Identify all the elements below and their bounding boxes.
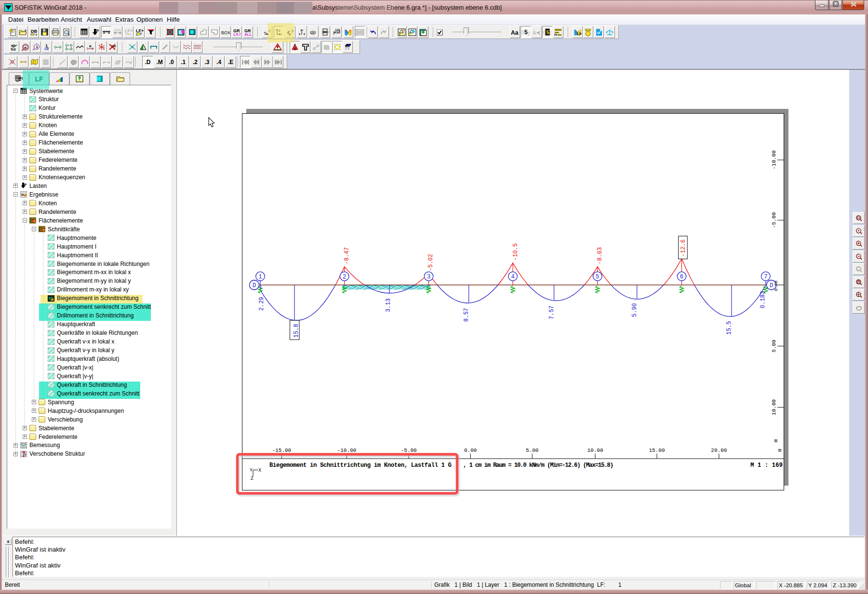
svg-text:7: 7: [764, 274, 767, 280]
svg-text:15.00: 15.00: [649, 448, 665, 453]
svg-text:0.183: 0.183: [760, 291, 766, 308]
svg-text:P: P: [24, 183, 27, 187]
svg-text:cd: cd: [11, 47, 15, 51]
svg-text:10.00: 10.00: [587, 448, 603, 453]
svg-text:X: X: [258, 468, 261, 473]
svg-text:-5.00: -5.00: [401, 448, 417, 453]
svg-text:m: m: [773, 439, 779, 442]
svg-text:0.00: 0.00: [774, 280, 779, 291]
svg-text:LF=: LF=: [125, 28, 133, 33]
svg-text:10.00: 10.00: [771, 399, 777, 415]
svg-text:20.00: 20.00: [711, 448, 727, 453]
svg-text:2: 2: [343, 274, 346, 280]
svg-text:2.29: 2.29: [258, 297, 265, 311]
svg-text:2: 2: [527, 31, 530, 36]
svg-text:BOX: BOX: [221, 30, 230, 35]
svg-text:, 1 cm im Raum = 10.0 kNm/m (M: , 1 cm im Raum = 10.0 kNm/m (Min=-12.6) …: [463, 462, 614, 469]
svg-text:q|p: q|p: [310, 30, 316, 35]
svg-text:Y: Y: [250, 468, 253, 473]
svg-text:5.00: 5.00: [526, 448, 538, 453]
svg-text:m: m: [778, 448, 782, 453]
svg-text:3.13: 3.13: [385, 298, 392, 312]
svg-text:Z: Z: [251, 476, 254, 481]
svg-text:DB: DB: [31, 29, 37, 34]
svg-text:5.90: 5.90: [631, 303, 638, 317]
svg-text:-10.00: -10.00: [771, 150, 777, 170]
svg-text:5: 5: [547, 29, 549, 35]
svg-text:3: 3: [427, 274, 430, 280]
svg-text:0.00: 0.00: [464, 448, 477, 453]
svg-text:-8.47: -8.47: [344, 247, 350, 264]
svg-text:2: 2: [549, 31, 551, 36]
svg-text:Biegemoment in Schnittrichtung: Biegemoment in Schnittrichtung im Knoten…: [269, 462, 452, 469]
svg-text:M 1 : 169: M 1 : 169: [750, 462, 783, 469]
svg-text:D: D: [770, 282, 773, 289]
svg-text:5: 5: [596, 274, 599, 280]
svg-text:5.00: 5.00: [771, 340, 777, 352]
svg-text:-5.00: -5.00: [771, 212, 777, 228]
svg-text:-5.02: -5.02: [427, 254, 434, 271]
svg-text:-12.6: -12.6: [680, 239, 687, 257]
svg-text:1: 1: [136, 33, 138, 36]
svg-text:P: P: [96, 28, 99, 33]
svg-text:A: A: [533, 30, 536, 36]
svg-text:LF: LF: [577, 32, 582, 36]
svg-text:1.5.7: 1.5.7: [233, 33, 241, 36]
svg-text:8.57: 8.57: [463, 308, 470, 322]
svg-text:7.57: 7.57: [548, 305, 555, 319]
svg-text:1: 1: [36, 45, 38, 49]
svg-text:6: 6: [680, 274, 683, 280]
svg-text:a: a: [25, 45, 27, 50]
svg-text:4: 4: [511, 274, 514, 280]
svg-text:ALL: ALL: [244, 32, 252, 36]
svg-text:-10.5: -10.5: [512, 243, 519, 261]
svg-text:1: 1: [258, 274, 262, 280]
svg-text:15.8: 15.8: [293, 324, 300, 338]
svg-text:D: D: [253, 282, 256, 289]
svg-text:Aa: Aa: [511, 29, 519, 35]
svg-text:15.5: 15.5: [726, 321, 733, 335]
svg-text:-15.00: -15.00: [272, 448, 292, 453]
svg-text:a: a: [89, 44, 92, 48]
svg-text:-8.63: -8.63: [597, 247, 603, 264]
svg-text:-10.00: -10.00: [337, 448, 357, 453]
